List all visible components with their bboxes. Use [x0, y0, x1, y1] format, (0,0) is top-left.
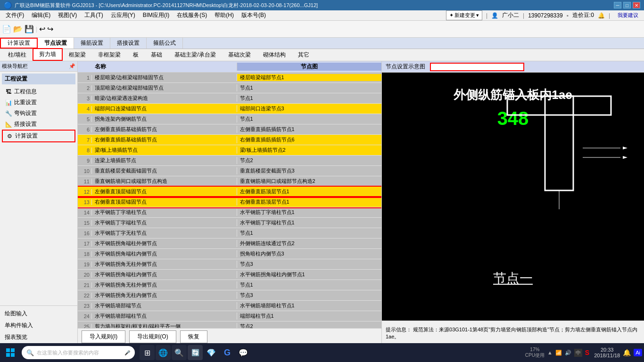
taskbar-datetime: 20:33 2018/11/18 [594, 347, 620, 358]
menu-view[interactable]: 视图(V) [54, 10, 81, 20]
table-row[interactable]: 20 水平钢筋拐角端柱内侧节点 水平钢筋拐角端柱内侧节点1 [78, 270, 381, 280]
title-bar: 🔵 广联达BIM钢筋算量软件 GGJ2013 - [C:\Users\Admin… [0, 0, 644, 10]
taskbar-icon-chat[interactable]: 💬 [236, 345, 251, 360]
sidebar-bottom-draw[interactable]: 绘图输入 [2, 308, 75, 320]
taskbar-icon-task-view[interactable]: ⊞ [140, 345, 155, 360]
tab-node-settings[interactable]: 节点设置 [38, 38, 74, 49]
tab-lap-settings[interactable]: 搭接设置 [110, 38, 147, 49]
taskbar-search[interactable]: 🔍 在这里输入你要搜索的内容 🎤 [22, 346, 135, 359]
subtab-foundation-secondary-beam[interactable]: 基础次梁 [222, 49, 257, 61]
cpu-label: CPU使用 [525, 352, 545, 359]
table-row[interactable]: 12 左侧垂直顶层锚固节点 左侧垂直筋顶层节点1 [78, 187, 381, 197]
sidebar-bottom-report[interactable]: 报表预览 [2, 331, 75, 343]
maximize-button[interactable]: □ [623, 2, 631, 8]
taskbar-mic-icon: 🎤 [124, 350, 130, 355]
sub-tabs-row: 柱/墙柱 剪力墙 框架梁 非框架梁 板 基础 基础主梁/承台梁 基础次梁 砌体结… [0, 49, 644, 61]
close-button[interactable]: ✕ [633, 2, 640, 8]
taskbar-lang-icon: 中 [574, 349, 582, 357]
taskbar-sys-up-icon[interactable]: ▲ [547, 350, 553, 355]
tab-hoop-formula[interactable]: 箍筋公式 [147, 38, 183, 49]
taskbar-icon-browser[interactable]: 🔍 [172, 345, 187, 360]
title-bar-controls: ─ □ ✕ [614, 2, 640, 8]
menu-online[interactable]: 在线服务(S) [173, 10, 211, 20]
subtab-foundation[interactable]: 基础 [145, 49, 168, 61]
table-row[interactable]: 6 左侧垂直插筋基础插筋节点 左侧垂直插筋插筋节点1 [78, 124, 381, 135]
sidebar-item-calc[interactable]: ⚙ 计算设置 [2, 130, 75, 142]
restore-button[interactable]: 恢复 [180, 330, 207, 343]
subtab-slab[interactable]: 板 [127, 49, 145, 61]
import-button[interactable]: 导入规则(I) [82, 330, 125, 343]
hook-icon: 🔧 [5, 110, 12, 117]
table-row[interactable]: 16 水平钢筋丁字无柱节点 节点1 [78, 228, 381, 239]
toolbar-icon-new[interactable]: 📄 [2, 25, 11, 33]
table-row[interactable]: 15 水平钢筋丁字端柱节点 水平钢筋丁字端柱节点1 [78, 218, 381, 228]
table-row[interactable]: 9 连梁上墙插筋节点 节点2 [78, 156, 381, 166]
menu-tools[interactable]: 工具(T) [81, 10, 107, 20]
table-row[interactable]: 21 水平钢筋拐角无柱外侧节点 节点1 [78, 280, 381, 290]
sidebar-item-ratio[interactable]: 📊 比重设置 [2, 97, 75, 108]
sidebar-label-hook: 弯钩设置 [14, 109, 37, 117]
menu-bim[interactable]: BIM应用(I) [139, 10, 173, 20]
table-row[interactable]: 7 右侧垂直插筋基础插筋节点 右侧垂直插筋插筋节点6 [78, 135, 381, 145]
table-row[interactable]: 8 梁/板上墙插筋节点 梁/板上墙插筋节点2 [78, 145, 381, 156]
tab-hoop-settings[interactable]: 箍筋设置 [74, 38, 110, 49]
preview-header-box [430, 63, 524, 71]
subtab-masonry[interactable]: 砌体结构 [257, 49, 292, 61]
toolbar-icon-undo[interactable]: ↩ [39, 25, 45, 33]
table-row[interactable]: 22 水平钢筋拐角无柱内侧节点 节点3 [78, 290, 381, 301]
sidebar-pin-icon[interactable]: 📌 [69, 63, 75, 69]
toolbar-icon-open[interactable]: 📂 [13, 25, 23, 33]
sidebar-item-engineering-info[interactable]: 🏗 工程信息 [2, 86, 75, 97]
window-title: 广联达BIM钢筋算量软件 GGJ2013 - [C:\Users\Adminis… [15, 2, 318, 9]
table-row[interactable]: 23 水平钢筋墙部端节点 水平钢筋墙部暗柱节点1 [78, 301, 381, 311]
sidebar-section: 工程设置 🏗 工程信息 📊 比重设置 🔧 弯钩设置 📐 搭接设置 ⚙ 计算设置 [0, 72, 77, 144]
menu-version[interactable]: 版本号(B) [238, 10, 270, 20]
subtab-nonframe-beam[interactable]: 非框架梁 [92, 49, 127, 61]
table-row[interactable]: 14 水平钢筋丁字墙柱节点 水平钢筋丁字墙柱节点1 [78, 207, 381, 218]
toolbar: 📄 📂 💾 | ↩ ↪ [0, 21, 644, 38]
table-row[interactable]: 4 端部间口连梁锚固节点 端部间口连梁节点3 [78, 104, 381, 114]
minimize-button[interactable]: ─ [614, 2, 621, 8]
toolbar-icon-redo[interactable]: ↪ [47, 25, 53, 33]
subtab-column[interactable]: 柱/墙柱 [2, 49, 33, 61]
taskbar-icon-app1[interactable]: 💎 [204, 345, 219, 360]
sidebar: 模块导航栏 📌 工程设置 🏗 工程信息 📊 比重设置 🔧 弯钩设置 📐 搭接设置 [0, 61, 78, 345]
taskbar-icon-ie[interactable]: 🌐 [156, 345, 171, 360]
sidebar-item-hook[interactable]: 🔧 弯钩设置 [2, 108, 75, 119]
suggest-button[interactable]: 我要建议 [614, 11, 642, 20]
table-row[interactable]: 19 水平钢筋拐角无柱外侧节点 节点3 [78, 259, 381, 270]
new-change-button[interactable]: ✦ 新建变更 ▾ [446, 10, 482, 20]
table-row[interactable]: 10 垂直筋楼层变截面锚固节点 垂直筋楼层变截面节点3 [78, 166, 381, 176]
table-row[interactable]: 5 拐角连架内侧钢筋节点 节点1 [78, 114, 381, 124]
subtab-other[interactable]: 其它 [292, 49, 315, 61]
export-button[interactable]: 导出规则(O) [129, 330, 176, 343]
table-row[interactable]: 3 暗梁/边框梁遇连梁构造 节点1 [78, 93, 381, 104]
user-avatar: 👤 [491, 12, 498, 19]
sidebar-label-engineering-info: 工程信息 [14, 88, 37, 96]
subtab-foundation-main-beam[interactable]: 基础主梁/承台梁 [168, 49, 222, 61]
taskbar-icon-refresh[interactable]: 🔄 [188, 345, 203, 360]
subtab-shear-wall[interactable]: 剪力墙 [33, 48, 63, 61]
table-row[interactable]: 24 水平钢筋墙部端柱节点 端部端柱节点1 [78, 311, 381, 321]
taskbar-notification-icon[interactable]: 🔔 [623, 349, 631, 356]
menu-cloud[interactable]: 云应用(Y) [107, 10, 139, 20]
table-row[interactable]: 17 水平钢筋拐角端柱外侧节点 外侧钢筋连续通过节点2 [78, 239, 381, 249]
table-row[interactable]: 13 右侧垂直顶层锚固节点 右侧垂直筋顶层节点1 [78, 197, 381, 207]
subtab-frame-beam[interactable]: 框架梁 [63, 49, 92, 61]
table-row[interactable]: 11 垂直钢筋墙间口或端部节点构造 垂直钢筋墙间口或端部节点构造2 [78, 176, 381, 187]
table-row[interactable]: 1 楼层暗梁/边框梁端部锚固节点 楼层暗梁端部节点1 [78, 73, 381, 83]
taskbar-icon-g[interactable]: G [220, 345, 235, 360]
menu-help[interactable]: 帮助(H) [211, 10, 238, 20]
tab-calc-settings[interactable]: 计算设置 [0, 38, 38, 49]
menu-edit[interactable]: 编辑(E) [28, 10, 54, 20]
menu-file[interactable]: 文件(F) [2, 10, 28, 20]
table-row[interactable]: 2 顶层暗梁/边框梁端部锚固节点 节点1 [78, 83, 381, 93]
preview-header-text: 节点设置示意图 [386, 63, 425, 71]
toolbar-icon-save[interactable]: 💾 [25, 25, 34, 33]
sidebar-item-lap[interactable]: 📐 搭接设置 [2, 119, 75, 130]
table-row[interactable]: 18 水平钢筋拐角端柱内侧节点 拐角暗柱内侧节点3 [78, 249, 381, 259]
start-button[interactable] [2, 344, 19, 361]
sidebar-bottom-component[interactable]: 单构件输入 [2, 320, 75, 331]
table-row[interactable]: 25 剪力墙与框架柱/框支柱/端柱平齐一侧 节点2 [78, 321, 381, 328]
cpu-percent: 17% [530, 347, 539, 352]
